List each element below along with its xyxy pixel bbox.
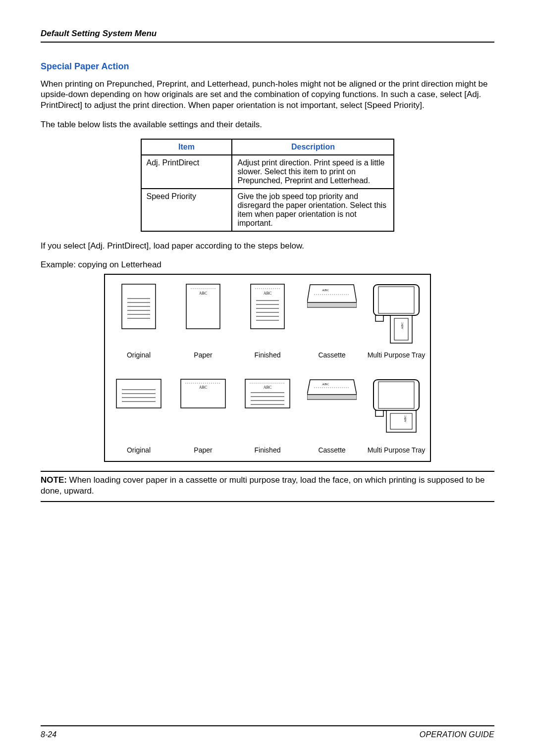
svg-marker-17 [307,285,357,302]
label-mptray: Multi Purpose Tray [367,446,426,454]
abc-label: ABC [400,322,404,330]
label-paper: Paper [173,446,233,454]
footer-guide: OPERATION GUIDE [420,730,494,739]
abc-label: ABC [199,291,207,296]
abc-label: ABC [264,385,271,390]
table-row: Adj. PrintDirect Adjust print direction.… [141,155,394,189]
label-mptray: Multi Purpose Tray [367,351,426,359]
mp-tray-icon: ABC [372,284,421,348]
diagram-row-2-labels: Original Paper Finished Cassette Multi P… [109,446,426,454]
note-block: NOTE: When loading cover paper in a cass… [41,475,494,496]
example-caption: Example: copying on Letterhead [41,260,494,270]
abc-label: ABC [322,382,329,386]
diagram-cassette-2: ABC [302,379,362,443]
original-portrait-icon [121,284,156,329]
diagram-finished-2: ABC [238,379,297,443]
note-label: NOTE: [41,475,67,485]
label-finished: Finished [238,351,297,359]
diagram-mptray-2: ABC [367,379,426,443]
diagram-mptray-1: ABC [367,284,426,348]
page-footer: 8-24 OPERATION GUIDE [41,725,494,739]
th-desc: Description [232,139,394,155]
label-original: Original [109,446,168,454]
letterhead-paper-icon: ABC [186,284,220,329]
svg-rect-30 [181,379,225,408]
svg-rect-22 [375,315,383,321]
th-item: Item [141,139,232,155]
diagram-box: ABC ABC [104,274,431,462]
svg-marker-38 [307,380,357,395]
svg-rect-21 [378,287,414,313]
svg-rect-39 [307,395,357,400]
svg-rect-32 [245,379,290,408]
svg-rect-42 [378,382,414,408]
diagram-paper-2: ABC [173,379,233,443]
finished-landscape-icon: ABC [245,379,290,408]
note-text: When loading cover paper in a cassette o… [41,475,484,495]
diagram-cassette-1: ABC [302,284,362,348]
note-rule-top [41,471,494,472]
diagram-original-2 [109,379,168,443]
cassette-landscape-icon: ABC [307,379,357,408]
page-number: 8-24 [41,730,56,739]
diagram-row-2-images: ABC ABC [109,379,426,443]
abc-label: ABC [322,288,329,292]
after-table-paragraph: If you select [Adj. PrintDirect], load p… [41,241,494,251]
diagram-row-1-labels: Original Paper Finished Cassette Multi P… [109,351,426,359]
section-title: Special Paper Action [41,61,494,72]
label-paper: Paper [173,351,233,359]
letterhead-landscape-icon: ABC [180,379,226,408]
cell-desc: Give the job speed top priority and disr… [232,189,394,231]
table-row: Speed Priority Give the job speed top pr… [141,189,394,231]
label-cassette: Cassette [302,351,362,359]
diagram-paper-1: ABC [173,284,233,348]
original-landscape-icon [116,379,161,408]
label-original: Original [109,351,168,359]
note-rule-bottom [41,501,494,502]
cell-desc: Adjust print direction. Print speed is a… [232,155,394,189]
cassette-icon: ABC [307,284,357,318]
abc-label: ABC [403,415,407,423]
cell-item: Adj. PrintDirect [141,155,232,189]
page: Default Setting System Menu Special Pape… [0,0,535,756]
svg-rect-43 [375,410,383,416]
cell-item: Speed Priority [141,189,232,231]
page-header: Default Setting System Menu [41,29,494,43]
svg-rect-45 [390,413,412,429]
svg-rect-18 [307,302,357,307]
mp-tray-landscape-icon: ABC [372,379,421,443]
table-intro: The table below lists the available sett… [41,119,494,130]
diagram-row-1-images: ABC ABC [109,284,426,348]
diagram-finished-1: ABC [238,284,297,348]
settings-table: Item Description Adj. PrintDirect Adjust… [141,139,395,232]
diagram-original-1 [109,284,168,348]
abc-label: ABC [264,291,271,296]
label-finished: Finished [238,446,297,454]
finished-portrait-icon: ABC [250,284,285,329]
intro-paragraph: When printing on Prepunched, Preprint, a… [41,79,494,110]
abc-label: ABC [199,385,207,390]
label-cassette: Cassette [302,446,362,454]
